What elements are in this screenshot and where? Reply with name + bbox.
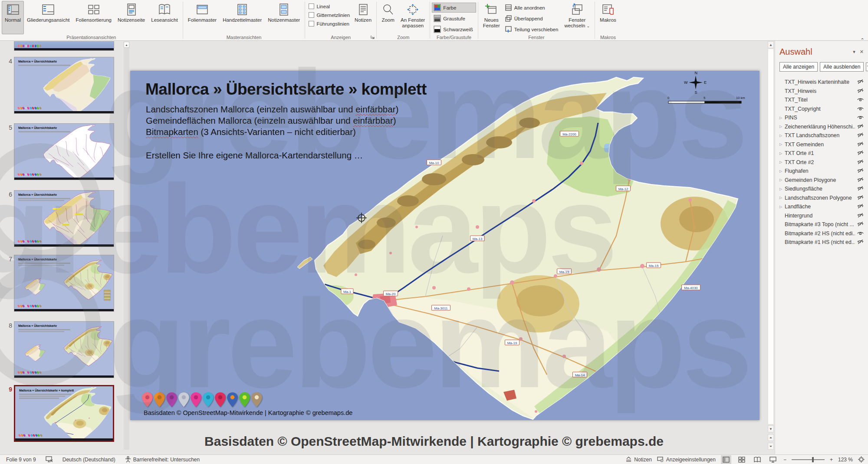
selection-layer-item[interactable]: ▷Flughafen <box>779 167 864 176</box>
notes-button[interactable]: Notizen <box>352 1 375 34</box>
eye-hidden-icon[interactable] <box>855 141 864 148</box>
zoom-button[interactable]: Zoom <box>378 1 398 34</box>
selection-layer-item[interactable]: Bitmapkarte #3 Topo (nicht ... <box>779 220 864 229</box>
selection-layer-item[interactable]: Bitmapkarte #1 HS (nicht ed... <box>779 238 864 247</box>
thumbnail-slide-4[interactable]: 4Mallorca » Übersichtskarte <box>14 57 114 114</box>
reading-view-button[interactable]: Leseansicht <box>148 1 181 34</box>
selection-layer-item[interactable]: TXT_Hinweis <box>779 87 864 96</box>
selection-layer-item[interactable]: TXT_Hinweis Karteninhalte <box>779 78 864 87</box>
map-pin-green[interactable] <box>239 392 250 407</box>
color-button[interactable]: Farbe <box>432 3 476 13</box>
expand-triangle-icon[interactable]: ▷ <box>779 205 785 209</box>
zoom-slider[interactable] <box>792 456 825 464</box>
slide-9-editing-surface[interactable]: Ma-10Ma-2200Ma-13Ma-12Ma-1Ma-20Ma-15Ma-1… <box>130 71 760 420</box>
expand-triangle-icon[interactable]: ▷ <box>779 169 785 173</box>
zoom-out-button[interactable]: − <box>783 457 786 463</box>
fit-to-window-button[interactable]: An Fenster anpassen <box>398 1 428 34</box>
thumbnail-slide-9[interactable]: 9Mallorca » Übersichtskarte » komplett <box>14 385 114 442</box>
notes-toggle[interactable]: Notizen <box>625 457 652 463</box>
eye-visible-icon[interactable] <box>855 96 864 104</box>
eye-hidden-icon[interactable] <box>855 167 864 175</box>
outline-view-button[interactable]: Gliederungsansicht <box>24 1 72 34</box>
map-pin-blue[interactable] <box>227 392 238 407</box>
selection-layer-item[interactable]: ▷TXT Gemeinden <box>779 140 864 149</box>
eye-hidden-icon[interactable] <box>855 87 864 95</box>
expand-triangle-icon[interactable]: ▷ <box>779 160 785 164</box>
pane-dropdown-icon[interactable]: ▾ <box>853 49 855 55</box>
selection-layer-item[interactable]: ▷Landfläche <box>779 202 864 211</box>
normal-view-button[interactable]: Normal <box>2 1 24 34</box>
gridlines-checkbox[interactable]: Gitternetzlinien <box>309 12 350 18</box>
presenter-display-icon[interactable] <box>46 456 53 463</box>
expand-triangle-icon[interactable]: ▷ <box>779 151 785 155</box>
slide-title-textbox[interactable]: Mallorca » Übersichtskarte » komplett <box>145 80 427 99</box>
map-pin-orange[interactable] <box>154 392 165 407</box>
slide-cta-textbox[interactable]: Erstellen Sie Ihre eigene Mallorca-Karte… <box>146 150 363 161</box>
map-pin-purple[interactable] <box>166 392 177 407</box>
show-dialog-launcher-icon[interactable] <box>370 35 375 40</box>
handout-master-button[interactable]: Handzettelmaster <box>220 1 265 34</box>
selection-layer-item[interactable]: Bitmapkarte #2 HS (nicht edi... <box>779 229 864 238</box>
switch-window-button[interactable]: Fenster wechseln ⌄ <box>561 1 593 34</box>
map-pin-cyan[interactable] <box>203 392 214 407</box>
normal-view-toggle[interactable] <box>721 455 731 464</box>
bring-forward-button[interactable]: ⌃ <box>866 63 868 71</box>
selection-layer-item[interactable]: TXT_Copyright <box>779 105 864 114</box>
eye-hidden-icon[interactable] <box>855 238 864 246</box>
show-all-button[interactable]: Alle anzeigen <box>779 62 818 72</box>
reading-view-toggle[interactable] <box>752 455 763 464</box>
selection-layer-item[interactable]: ▷Siedlungsfläche <box>779 184 864 194</box>
scroll-down-arrow-icon[interactable]: ▼ <box>768 425 774 432</box>
slide-copyright-text[interactable]: Basisdaten © OpenStreetMap-Mitwirkende |… <box>144 409 352 416</box>
selection-layer-item[interactable]: Hintergrund <box>779 211 864 220</box>
eye-hidden-icon[interactable] <box>855 220 864 228</box>
chevron-up-icon[interactable]: ⌃ <box>860 37 865 43</box>
expand-triangle-icon[interactable]: ▷ <box>779 125 785 128</box>
macros-button[interactable]: Makros <box>597 1 619 34</box>
eye-visible-icon[interactable] <box>855 114 864 122</box>
expand-triangle-icon[interactable]: ▷ <box>779 196 785 200</box>
black-white-button[interactable]: Schwarzweiß <box>432 24 476 34</box>
eye-hidden-icon[interactable] <box>855 176 864 184</box>
canvas-vertical-scrollbar[interactable]: ▲ ▼ ⏶ ⏷ <box>767 41 775 454</box>
slideshow-toggle[interactable] <box>768 455 778 464</box>
scroll-up-arrow-icon[interactable]: ▲ <box>768 41 774 48</box>
expand-triangle-icon[interactable]: ▷ <box>779 142 785 146</box>
selection-layer-item[interactable]: ▷Zeichenerklärung Höhenschi... <box>779 122 864 132</box>
expand-triangle-icon[interactable]: ▷ <box>779 116 785 120</box>
arrange-all-button[interactable]: Alle anordnen <box>503 3 562 13</box>
eye-hidden-icon[interactable] <box>855 132 864 139</box>
selection-layer-item[interactable]: ▷Gemeinden Ploygone <box>779 176 864 185</box>
expand-triangle-icon[interactable]: ▷ <box>779 134 785 138</box>
eye-hidden-icon[interactable] <box>855 194 864 202</box>
selection-layer-item[interactable]: ▷PINS <box>779 113 864 122</box>
slide-master-button[interactable]: Folienmaster <box>185 1 220 34</box>
expand-triangle-icon[interactable]: ▷ <box>779 178 785 182</box>
thumbnail-slide-8[interactable]: 8Mallorca » Übersichtskarte <box>14 321 114 378</box>
grayscale-button[interactable]: Graustufe <box>432 13 476 23</box>
map-pin-crimson[interactable] <box>215 392 226 407</box>
display-settings-toggle[interactable]: Anzeigeeinstellungen <box>657 457 716 463</box>
pane-close-icon[interactable]: ✕ <box>860 49 864 55</box>
fit-slide-button[interactable] <box>858 456 865 463</box>
slide-sorter-button[interactable]: Foliensortierung <box>73 1 115 34</box>
cascade-button[interactable]: Überlappend <box>503 13 562 23</box>
map-pin-pink[interactable] <box>191 392 201 407</box>
eye-hidden-icon[interactable] <box>855 185 864 193</box>
selection-layer-item[interactable]: ▷Landschaftszonen Polygone <box>779 194 864 203</box>
eye-visible-icon[interactable] <box>855 105 864 113</box>
map-pin-coral[interactable] <box>142 392 153 407</box>
next-slide-button[interactable]: ⏷ <box>768 443 774 450</box>
notes-master-button[interactable]: Notizenmaster <box>265 1 303 34</box>
selection-layer-item[interactable]: TXT_Titel <box>779 95 864 105</box>
notes-page-button[interactable]: Notizenseite <box>115 1 148 34</box>
eye-hidden-icon[interactable] <box>855 158 864 166</box>
new-window-button[interactable]: Neues Fenster <box>480 1 503 34</box>
zoom-level[interactable]: 123 % <box>838 457 853 463</box>
selection-layer-item[interactable]: ▷TXT Orte #1 <box>779 149 864 158</box>
language-indicator[interactable]: Deutsch (Deutschland) <box>62 457 115 463</box>
map-pin-tan[interactable] <box>251 392 262 407</box>
slide-counter[interactable]: Folie 9 von 9 <box>6 457 36 463</box>
move-split-button[interactable]: Teilung verschieben <box>503 24 562 34</box>
expand-triangle-icon[interactable]: ▷ <box>779 187 785 191</box>
